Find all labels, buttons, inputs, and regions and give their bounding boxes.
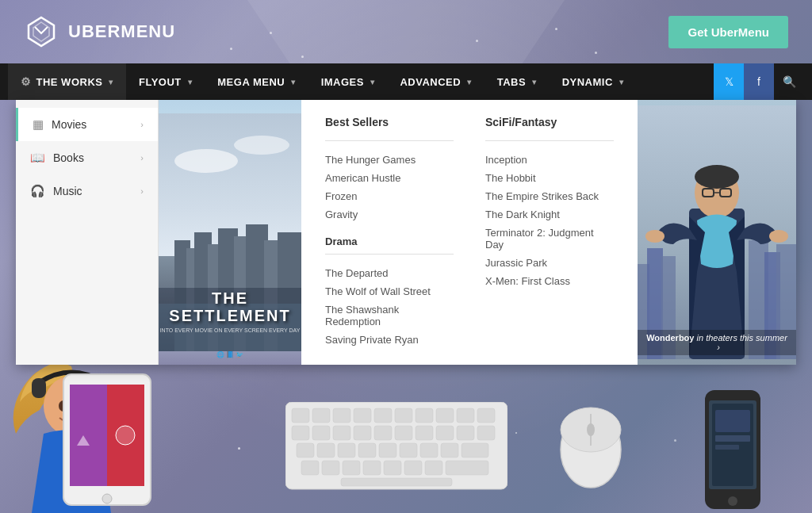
- divider: [325, 140, 454, 141]
- arrow-icon: ›: [717, 343, 720, 352]
- nav-item-tabs[interactable]: TABS ▾: [485, 63, 550, 100]
- chevron-down-icon: ▾: [109, 78, 113, 86]
- sidebar-label-music: Music: [53, 185, 82, 197]
- sidebar-item-books[interactable]: 📖 Books ›: [16, 141, 158, 174]
- nav-item-images[interactable]: IMAGES ▾: [308, 63, 388, 100]
- nav-label-flyout: FLYOUT: [139, 76, 182, 88]
- nav-item-advanced[interactable]: ADVANCED ▾: [387, 63, 484, 100]
- svg-point-30: [645, 230, 665, 243]
- menu-link-hunger-games[interactable]: The Hunger Games: [325, 151, 454, 169]
- logo-icon: [24, 14, 59, 49]
- logo: UBERMENU: [24, 14, 175, 49]
- svg-marker-1: [33, 22, 49, 41]
- menu-link-saving-private[interactable]: Saving Private Ryan: [325, 331, 454, 349]
- hero-caption: Wonderboy in theaters this summer ›: [638, 330, 796, 355]
- menu-link-gravity[interactable]: Gravity: [325, 205, 454, 224]
- header: UBERMENU Get UberMenu: [0, 0, 812, 63]
- divider: [485, 140, 614, 141]
- menu-link-inception[interactable]: Inception: [485, 151, 614, 169]
- hero-caption-title: Wonderboy: [646, 333, 694, 343]
- nav-label-advanced: ADVANCED: [400, 76, 461, 88]
- nav-label-mega-menu: MEGA MENU: [217, 76, 285, 88]
- nav-right: 𝕏 f 🔍: [714, 63, 804, 100]
- chevron-down-icon: ▾: [370, 78, 375, 86]
- poster-title: THE SETTLEMENT: [159, 289, 301, 324]
- chevron-down-icon: ▾: [467, 78, 472, 86]
- nav-label-tabs: TABS: [497, 76, 526, 88]
- menu-link-american-hustle[interactable]: American Hustle: [325, 169, 454, 187]
- chevron-right-icon: ›: [140, 120, 144, 129]
- twitter-icon: 𝕏: [725, 75, 733, 88]
- sidebar-label-movies: Movies: [52, 118, 86, 131]
- nav-items: ⚙ THE WORKS ▾ FLYOUT ▾ MEGA MENU ▾ IMAGE…: [8, 63, 714, 100]
- mega-menu-dropdown: ▦ Movies › 📖 Books › 🎧 Music ›: [16, 100, 796, 365]
- menu-sidebar: ▦ Movies › 📖 Books › 🎧 Music ›: [16, 100, 159, 365]
- drama-title: Drama: [325, 235, 454, 247]
- poster-social: 🌐 📘 🐦: [216, 351, 243, 358]
- hero-artwork: [638, 100, 796, 365]
- hero-panel: Wonderboy in theaters this summer ›: [638, 100, 796, 365]
- svg-point-4: [234, 136, 289, 155]
- nav-label-images: IMAGES: [321, 76, 364, 88]
- gear-icon: ⚙: [21, 75, 32, 88]
- menu-link-terminator[interactable]: Terminator 2: Judgment Day: [485, 224, 614, 254]
- menu-link-hobbit[interactable]: The Hobbit: [485, 169, 614, 187]
- navbar: ⚙ THE WORKS ▾ FLYOUT ▾ MEGA MENU ▾ IMAGE…: [0, 63, 812, 100]
- menu-link-wolf[interactable]: The Wolf of Wall Street: [325, 282, 454, 301]
- sidebar-item-movies[interactable]: ▦ Movies ›: [16, 108, 158, 141]
- poster-image: THE SETTLEMENT INTO EVERY MOVIE ON EVERY…: [159, 100, 301, 365]
- divider: [325, 254, 454, 255]
- sidebar-item-music[interactable]: 🎧 Music ›: [16, 174, 158, 208]
- nav-item-flyout[interactable]: FLYOUT ▾: [126, 63, 205, 100]
- facebook-button[interactable]: f: [744, 63, 774, 100]
- menu-link-jurassic[interactable]: Jurassic Park: [485, 254, 614, 272]
- menu-link-frozen[interactable]: Frozen: [325, 187, 454, 205]
- svg-point-3: [174, 149, 238, 173]
- chevron-down-icon: ▾: [619, 78, 624, 86]
- music-icon: 🎧: [30, 184, 45, 198]
- sidebar-label-books: Books: [53, 151, 84, 164]
- chevron-down-icon: ▾: [188, 78, 193, 86]
- poster-subtitle: INTO EVERY MOVIE ON EVERY SCREEN EVERY D…: [159, 327, 301, 333]
- books-icon: 📖: [30, 151, 45, 165]
- nav-item-dynamic[interactable]: DYNAMIC ▾: [550, 63, 637, 100]
- menu-link-dark-knight[interactable]: The Dark Knight: [485, 205, 614, 224]
- menu-link-shawshank[interactable]: The Shawshank Redemption: [325, 301, 454, 331]
- chevron-down-icon: ▾: [532, 78, 537, 86]
- logo-text: UBERMENU: [68, 21, 175, 42]
- chevron-right-icon: ›: [140, 186, 144, 196]
- search-icon: 🔍: [783, 75, 796, 88]
- menu-link-empire[interactable]: The Empire Strikes Back: [485, 187, 614, 205]
- twitter-button[interactable]: 𝕏: [714, 63, 744, 100]
- left-column: Best Sellers The Hunger Games American H…: [325, 116, 454, 349]
- right-column: SciFi/Fantasy Inception The Hobbit The E…: [485, 116, 614, 349]
- menu-content: Best Sellers The Hunger Games American H…: [301, 100, 638, 365]
- nav-item-the-works[interactable]: ⚙ THE WORKS ▾: [8, 63, 126, 100]
- search-button[interactable]: 🔍: [774, 63, 804, 100]
- facebook-icon: f: [757, 75, 760, 88]
- chevron-right-icon: ›: [140, 153, 144, 163]
- chevron-down-icon: ▾: [291, 78, 296, 86]
- get-ubermenu-button[interactable]: Get UberMenu: [668, 16, 788, 48]
- menu-link-departed[interactable]: The Departed: [325, 264, 454, 282]
- movies-icon: ▦: [33, 117, 44, 132]
- menu-link-xmen[interactable]: X-Men: First Class: [485, 272, 614, 290]
- nav-label-dynamic: DYNAMIC: [562, 76, 613, 88]
- bestsellers-title: Best Sellers: [325, 116, 454, 128]
- svg-point-26: [695, 165, 739, 189]
- nav-label-the-works: THE WORKS: [36, 76, 103, 88]
- movie-poster: THE SETTLEMENT INTO EVERY MOVIE ON EVERY…: [159, 100, 301, 365]
- svg-point-31: [769, 230, 788, 243]
- scifi-title: SciFi/Fantasy: [485, 116, 614, 128]
- nav-item-mega-menu[interactable]: MEGA MENU ▾: [205, 63, 308, 100]
- hero-caption-subtitle: in theaters this summer: [697, 333, 787, 343]
